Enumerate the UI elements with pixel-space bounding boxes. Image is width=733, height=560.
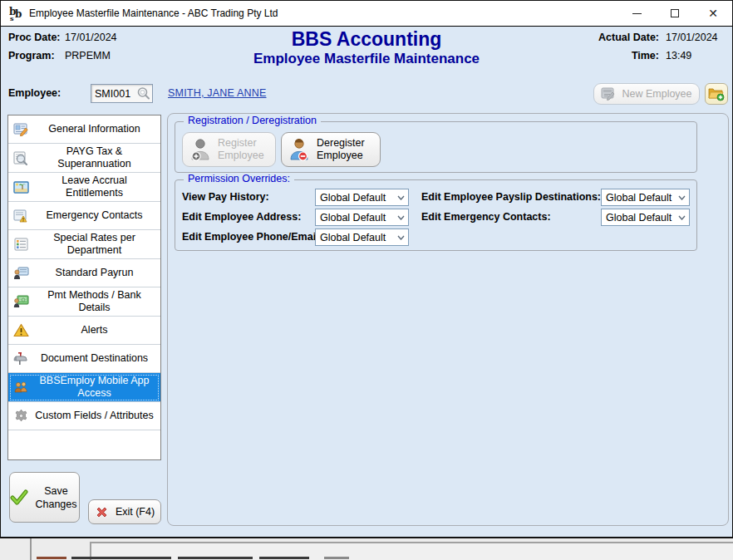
payg-search-icon (11, 151, 31, 165)
sidebar-item-general-information[interactable]: General Information (8, 115, 160, 144)
screen: b b s Employee Masterfile Maintenance - … (0, 0, 733, 560)
edit-employee-address-select[interactable]: Global Default (315, 209, 409, 226)
mailbox-icon (11, 351, 31, 366)
chevron-down-icon (678, 195, 686, 200)
deregister-employee-label: Deregister Employee (317, 137, 373, 162)
background-window-strip (0, 538, 733, 560)
permission-overrides-group: Permission Overrides: View Pay History: … (175, 179, 697, 251)
new-employee-label: New Employee (622, 88, 691, 100)
header: Proc Date: 17/01/2024 Program: PRPEMM BB… (2, 27, 731, 81)
special-rates-list-icon (11, 238, 31, 251)
leave-beach-icon (11, 181, 31, 194)
background-fragment (324, 557, 349, 559)
registration-group: Registration / Deregistration Register E… (175, 121, 697, 173)
employee-card-icon (11, 123, 31, 136)
edit-emergency-contacts-select[interactable]: Global Default (601, 209, 690, 226)
content-panel: Registration / Deregistration Register E… (167, 113, 729, 526)
minimize-icon (632, 13, 642, 14)
sidebar-item-bbsemploy-mobile-app-access[interactable]: BBSEmploy Mobile App Access (8, 373, 160, 402)
deregister-employee-button[interactable]: Deregister Employee (281, 132, 381, 167)
window-controls: ✕ (617, 1, 732, 26)
deregister-employee-icon (288, 138, 310, 161)
chevron-down-icon (678, 215, 686, 220)
background-fragment (178, 557, 253, 559)
folder-add-icon (708, 86, 725, 101)
sidebar-item-special-rates-per-department[interactable]: Special Rates per Department (8, 230, 160, 259)
edit-payslip-destinations-label: Edit Employee Payslip Destinations: (421, 191, 601, 203)
gear-icon (11, 409, 31, 423)
close-icon: ✕ (708, 7, 718, 19)
sidebar-item-leave-accrual-entitlements[interactable]: Leave Accrual Entitlements (8, 173, 160, 202)
permission-overrides-title: Permission Overrides: (184, 173, 294, 184)
chevron-down-icon (397, 235, 405, 240)
emergency-warning-icon (11, 209, 31, 223)
window-title: Employee Masterfile Maintenance - ABC Tr… (29, 7, 278, 19)
svg-text:b: b (15, 8, 22, 20)
new-employee-icon (601, 87, 616, 101)
maximize-icon (671, 9, 679, 17)
sidebar-item-custom-fields-attributes[interactable]: Custom Fields / Attributes (8, 402, 160, 430)
header-right: Actual Date: 17/01/2024 Time: 13:49 (598, 32, 726, 61)
save-check-icon (10, 489, 28, 506)
minimize-button[interactable] (617, 1, 656, 26)
actual-date-label: Actual Date: (598, 32, 659, 43)
svg-text:s: s (10, 14, 14, 22)
register-employee-icon (189, 138, 211, 161)
edit-employee-phone-emails-select[interactable]: Global Default (315, 228, 409, 246)
register-employee-label: Register Employee (218, 137, 268, 162)
mobile-app-users-icon (11, 381, 31, 394)
open-employee-folder-button[interactable] (705, 83, 728, 105)
close-button[interactable]: ✕ (694, 1, 732, 26)
edit-employee-address-label: Edit Employee Address: (182, 211, 301, 223)
title-bar: b b s Employee Masterfile Maintenance - … (1, 1, 732, 27)
new-employee-button[interactable]: New Employee (593, 83, 700, 105)
background-window-edge (30, 538, 32, 560)
save-changes-label: Save Changes (33, 484, 79, 511)
chevron-down-icon (397, 195, 405, 200)
sidebar-item-alerts[interactable]: Alerts (8, 317, 160, 345)
search-icon[interactable] (136, 86, 150, 101)
actual-date-value: 17/01/2024 (666, 32, 726, 43)
employee-bar: Employee: SMITH, JANE ANNE (2, 81, 731, 112)
time-value: 13:49 (666, 50, 726, 61)
sidebar-item-payg-tax-superannuation[interactable]: PAYG Tax & Superannuation (8, 144, 160, 173)
exit-button[interactable]: Exit (F4) (88, 499, 161, 524)
sidebar-item-standard-payrun[interactable]: Standard Payrun (8, 259, 160, 287)
sidebar-item-document-destinations[interactable]: Document Destinations (8, 345, 160, 373)
employee-label: Employee: (8, 87, 61, 99)
registration-group-title: Registration / Deregistration (184, 115, 321, 126)
exit-x-icon (95, 505, 109, 519)
edit-payslip-destinations-select[interactable]: Global Default (601, 189, 690, 206)
sidebar-item-pmt-methods-bank-details[interactable]: Pmt Methods / Bank Details (8, 287, 160, 317)
sidebar-item-emergency-contacts[interactable]: Emergency Contacts (8, 202, 160, 230)
employee-name-link[interactable]: SMITH, JANE ANNE (168, 87, 267, 99)
bank-details-icon (11, 295, 31, 308)
bbs-logo-icon: b b s (7, 5, 24, 22)
edit-employee-phone-emails-label: Edit Employee Phone/Emails: (182, 231, 328, 243)
alert-triangle-icon (11, 323, 31, 337)
chevron-down-icon (397, 215, 405, 220)
view-pay-history-select[interactable]: Global Default (315, 189, 409, 206)
standard-payrun-icon (11, 267, 31, 280)
view-pay-history-label: View Pay History: (182, 191, 269, 203)
background-fragment (37, 557, 66, 559)
time-label: Time: (598, 50, 659, 61)
app-window: b b s Employee Masterfile Maintenance - … (0, 0, 733, 538)
save-changes-button[interactable]: Save Changes (9, 472, 80, 523)
background-fragment (71, 557, 171, 559)
register-employee-button[interactable]: Register Employee (182, 132, 276, 167)
edit-emergency-contacts-label: Edit Emergency Contacts: (421, 211, 551, 223)
exit-label: Exit (F4) (116, 506, 155, 518)
sidebar-menu: General Information PAYG Tax & Superannu… (7, 115, 161, 460)
maximize-button[interactable] (656, 1, 694, 26)
background-fragment (259, 557, 309, 559)
